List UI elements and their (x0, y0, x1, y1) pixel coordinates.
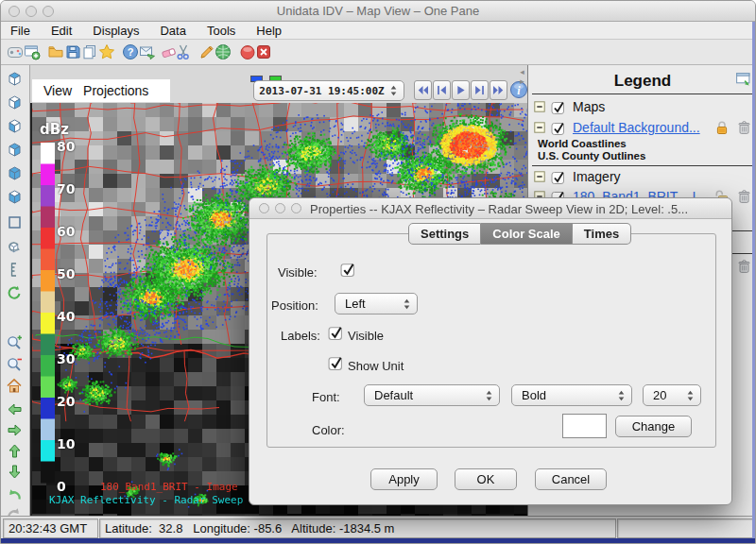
rewind-button[interactable] (414, 80, 432, 100)
pan-left-icon[interactable] (6, 400, 24, 418)
divider (532, 165, 753, 166)
tab-settings[interactable]: Settings (408, 223, 481, 245)
open-folder-icon[interactable] (47, 43, 64, 60)
font-label: Font: (312, 390, 340, 404)
position-select[interactable]: Left (335, 293, 418, 314)
collapse-icon[interactable] (534, 101, 545, 112)
menu-edit[interactable]: Edit (51, 24, 72, 38)
tab-times[interactable]: Times (573, 223, 631, 245)
animation-controls: i (414, 80, 529, 100)
animation-time-select[interactable]: 2013-07-31 19:45:00Z (253, 80, 404, 101)
pan-right-icon[interactable] (6, 421, 24, 439)
sublayer-label: U.S. County Outlines (538, 150, 645, 162)
dialog-zoom-button[interactable] (291, 203, 301, 213)
dialog-minimize-button[interactable] (275, 203, 285, 213)
imagery-visibility-checkbox[interactable] (551, 170, 565, 184)
sublayer-label: World Coastlines (538, 138, 627, 149)
vertical-range-icon[interactable] (6, 261, 24, 279)
cursor-position-readout: Latitude: 32.8 Longitude: -85.6 Altitude… (99, 518, 616, 538)
clock-readout: 20:32:43 GMT (3, 518, 98, 538)
trash-icon[interactable] (737, 259, 751, 274)
layer-link[interactable]: Default Background... (573, 120, 711, 135)
cube-front-icon[interactable] (6, 164, 24, 182)
dialog-close-button[interactable] (259, 203, 269, 213)
exit-icon[interactable] (255, 43, 272, 60)
undo-icon[interactable] (6, 486, 24, 504)
play-button[interactable] (452, 80, 470, 100)
font-size-select[interactable]: 20 (643, 384, 701, 406)
zoom-out-icon[interactable] (6, 355, 24, 373)
support-request-icon[interactable] (139, 43, 156, 60)
edit-icon[interactable] (198, 43, 215, 60)
show-unit-checkbox[interactable] (328, 355, 343, 370)
ok-button[interactable]: OK (455, 468, 517, 490)
layer-visibility-checkbox[interactable] (551, 121, 565, 135)
spinner-arrows-icon[interactable] (389, 85, 404, 96)
labels-visible-checkbox[interactable] (328, 325, 343, 340)
stop-icon[interactable] (239, 43, 256, 60)
pan-up-icon[interactable] (6, 442, 24, 460)
position-label: Position: (271, 298, 318, 313)
dialog-title: Properties -- KJAX Reflectivity – Radar … (310, 202, 716, 216)
legend-splitter-handle[interactable]: ◂▸ (517, 67, 527, 88)
visible-checkbox[interactable] (340, 262, 355, 277)
view-toolbar (1, 65, 30, 516)
cube-left-icon[interactable] (6, 117, 24, 135)
cube-side-icon[interactable] (6, 188, 24, 206)
trash-icon[interactable] (737, 189, 751, 204)
cancel-button[interactable]: Cancel (535, 468, 607, 490)
fast-forward-button[interactable] (490, 80, 507, 100)
tab-color-scale[interactable]: Color Scale (481, 223, 573, 245)
status-bar: 20:32:43 GMT Latitude: 32.8 Longitude: -… (1, 516, 755, 540)
flat-view-icon[interactable] (6, 213, 24, 231)
step-back-button[interactable] (433, 80, 451, 100)
font-size-value: 20 (644, 388, 686, 402)
collapse-icon[interactable] (534, 171, 545, 182)
font-style-select[interactable]: Bold (511, 384, 632, 406)
lock-icon[interactable] (714, 120, 730, 135)
map-panel-header: View Projections 2013-07-31 19:45:00Z i (30, 65, 527, 103)
pan-down-icon[interactable] (6, 463, 24, 481)
menu-help[interactable]: Help (256, 24, 282, 38)
new-window-icon[interactable] (24, 43, 41, 60)
copy-icon[interactable] (81, 43, 98, 60)
maps-visibility-checkbox[interactable] (551, 100, 565, 114)
properties-dialog: Properties -- KJAX Reflectivity – Radar … (249, 197, 732, 505)
help-icon[interactable]: ? (122, 43, 139, 60)
cube-top-right-icon[interactable] (6, 141, 24, 159)
auto-rotate-icon[interactable] (6, 284, 24, 302)
collapse-icon[interactable] (534, 122, 545, 133)
legend-item-default-background: Default Background... (534, 119, 753, 136)
labels-visible-label: Visible (348, 329, 384, 343)
dashboard-icon[interactable] (7, 43, 24, 60)
save-icon[interactable] (64, 43, 81, 60)
menu-displays[interactable]: Displays (93, 24, 139, 38)
cut-icon[interactable] (175, 43, 192, 60)
menu-data[interactable]: Data (160, 24, 185, 38)
main-window: Unidata IDV – Map View – One Pane File E… (0, 0, 756, 544)
change-color-button[interactable]: Change (615, 416, 692, 437)
menu-view[interactable]: View (43, 83, 72, 98)
float-legend-icon[interactable] (735, 71, 751, 87)
rotate-cube-icon[interactable] (6, 237, 24, 255)
trash-icon[interactable] (737, 120, 751, 135)
window-border (752, 22, 755, 538)
color-swatch (562, 414, 607, 438)
cube-right-icon[interactable] (6, 94, 24, 111)
font-style-value: Bold (512, 388, 617, 402)
cube-top-icon[interactable] (6, 70, 24, 88)
globe-icon[interactable] (215, 43, 232, 60)
step-forward-button[interactable] (471, 80, 489, 100)
main-toolbar: ? (1, 40, 755, 65)
visible-label: Visible: (278, 265, 318, 280)
menu-projections[interactable]: Projections (83, 83, 148, 98)
menu-tools[interactable]: Tools (207, 24, 235, 38)
imagery-layer-annotation: 180_Band1_BRIT - Image (100, 481, 238, 493)
favorites-icon[interactable] (98, 43, 115, 60)
window-border (1, 538, 755, 543)
home-view-icon[interactable] (6, 377, 24, 395)
menu-file[interactable]: File (10, 24, 30, 38)
zoom-in-icon[interactable] (6, 333, 24, 351)
apply-button[interactable]: Apply (370, 468, 438, 490)
font-name-select[interactable]: Default (364, 384, 500, 406)
